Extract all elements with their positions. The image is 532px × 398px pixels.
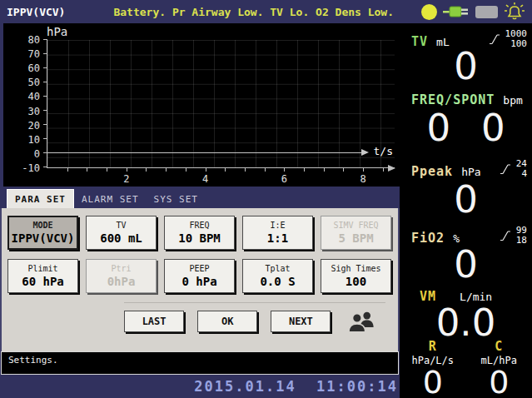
x-tick-mark [107,167,107,172]
clock-bar: 2015.01.14 11:00:14 [0,375,400,398]
alarm-limits-icon [499,229,512,242]
last-button[interactable]: LAST [124,311,184,332]
x-tick-mark [225,167,226,172]
monitor-fio2: FiO2 % 99 18 0 [400,220,532,283]
y-axis-gutter: 80706050403020100-10 [3,40,47,168]
alarm-bell-icon [504,2,525,22]
param-button-mode[interactable]: MODE IPPV(VCV) [7,216,78,250]
ppeak-label: Ppeak [411,164,453,179]
fio2-value: 0 [400,246,532,283]
tv-value: 0 [400,47,532,85]
y-tick-label: 80 [7,34,40,46]
x-axis-arrow [388,165,395,172]
tv-label: TV [411,34,428,49]
mode-title: IPPV(VCV) [7,6,65,18]
fio2-limit-low: 18 [516,236,527,246]
y-tick-label: 40 [7,91,40,102]
parameter-panel: MODE IPPV(VCV) TV 600 mL FREQ 10 BPM I:E… [0,208,400,351]
x-tick-mark [206,167,206,172]
x-tick-mark [186,167,186,172]
x-tick-mark [87,167,87,172]
monitor-r-c: R hPa/L/s 0 C mL/hPa 0 [400,338,532,398]
x-tick-mark [127,167,127,172]
param-button-ptri: Ptri 0hPa [86,259,157,293]
monitor-vm: VM L/min 0.0 [400,283,532,338]
zero-axis-line: t/s [47,152,361,153]
y-tick-label: 60 [7,62,40,74]
y-tick-mark [43,39,47,40]
param-button-freq[interactable]: FREQ 10 BPM [164,216,235,250]
alarm-message: Battery. Pr Airway Low. TV Lo. O2 Dens L… [113,6,394,18]
monitor-c: C mL/hPa 0 [466,338,532,398]
y-tick-mark [43,167,47,167]
x-tick-mark [146,167,147,172]
x-tick-mark [265,167,266,172]
y-tick-mark [43,110,47,111]
x-tick-mark [383,167,384,172]
alarm-limits-icon [499,162,512,176]
status-message: Settings. [8,355,58,366]
x-tick-label: 6 [281,173,287,185]
y-tick-mark [43,67,47,68]
datetime-display: 2015.01.14 11:00:14 [194,378,400,395]
r-value: 0 [400,366,466,398]
users-icon[interactable] [347,310,377,333]
settings-tab-bar: PARA SET ALARM SET SYS SET [0,187,400,208]
x-tick-mark [324,167,325,172]
alarm-limits-icon [488,32,501,46]
battery-icon [475,6,498,18]
param-button-plimit[interactable]: Plimit 60 hPa [7,259,78,293]
x-tick-label: 4 [202,173,208,185]
tab-para-set[interactable]: PARA SET [7,189,74,208]
x-tick-mark [67,167,68,172]
c-label: C [495,339,503,354]
y-tick-label: 30 [7,106,40,117]
tv-limit-low: 100 [510,39,527,49]
y-tick-label: 10 [7,134,40,146]
ppeak-limit-low: 4 [521,169,527,179]
y-tick-label: 50 [7,77,40,88]
monitor-freq-spont: FREQ/SPONT bpm 0 0 [400,87,532,153]
status-message-box: Settings. [1,351,399,375]
param-button-tv[interactable]: TV 600 mL [86,216,157,250]
tab-sys-set[interactable]: SYS SET [147,190,206,208]
vm-value: 0.0 [400,304,532,341]
monitor-ppeak: Ppeak hPa 24 4 0 [400,153,532,220]
y-tick-mark [43,53,47,54]
tab-alarm-set[interactable]: ALARM SET [74,190,147,208]
y-tick-mark [43,82,47,82]
param-button-tplat[interactable]: Tplat 0.0 S [242,259,313,293]
y-tick-label: 70 [7,48,40,60]
monitor-panel: TV mL 1000 100 0 FREQ/SPONT bpm [400,23,532,398]
x-tick-label: 2 [123,173,129,185]
x-axis-unit-label: t/s [374,145,393,157]
action-button-row: LAST OK NEXT [124,302,385,333]
param-button-ie-ratio[interactable]: I:E 1:1 [242,216,313,250]
y-axis-unit-label: hPa [47,25,67,38]
y-tick-mark [43,138,47,139]
next-button[interactable]: NEXT [271,311,331,332]
param-button-simv-freq: SIMV FREQ 5 BPM [321,216,391,250]
tv-unit: mL [436,36,450,48]
ok-button[interactable]: OK [197,311,257,332]
vm-label: VM [420,289,436,304]
x-tick-label: 8 [360,173,365,185]
ac-power-plug-icon [443,4,470,19]
y-tick-label: -10 [7,162,40,174]
pressure-waveform-chart: hPa 80706050403020100-10 t/s 2468 [0,23,400,187]
ppeak-value: 0 [400,181,532,218]
freq-value: 0 [426,109,450,147]
param-button-sigh-times[interactable]: Sigh Times 100 [321,259,391,293]
y-tick-label: 20 [7,120,40,132]
freq-unit: bpm [503,94,522,107]
x-tick-mark [245,167,246,172]
y-tick-mark [43,124,47,125]
ppeak-unit: hPa [461,166,480,178]
monitor-tv: TV mL 1000 100 0 [400,23,532,87]
y-tick-mark [43,96,47,97]
monitor-r: R hPa/L/s 0 [400,338,466,398]
param-button-peep[interactable]: PEEP 0 hPa [164,259,235,293]
fio2-label: FiO2 [411,231,445,246]
y-tick-mark [43,152,47,153]
spont-value: 0 [481,109,505,147]
